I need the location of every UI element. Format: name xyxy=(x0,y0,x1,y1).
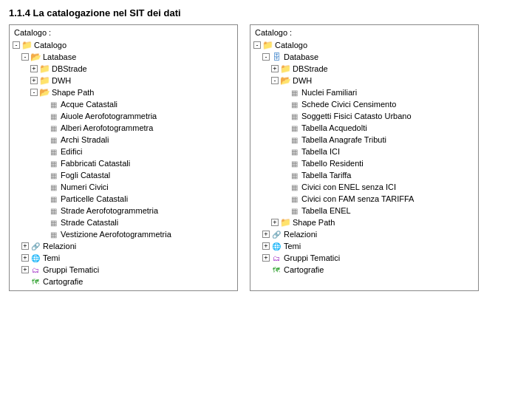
tree-row[interactable]: ▦ Strade Aerofotogrammetria xyxy=(13,205,234,216)
node-label: Tabella ENEL xyxy=(301,206,351,215)
tree-row[interactable]: + 🗂 Gruppi Tematici xyxy=(13,264,234,276)
tree-row[interactable]: ▦ Alberi Aerofotogrammetra xyxy=(13,122,234,134)
tree-row[interactable]: ▦ Fabbricati Catastali xyxy=(13,157,234,169)
tree-row[interactable]: ▦ Archi Stradali xyxy=(13,134,234,146)
left-panel: Catalogo : - 📁 Catalogo - 📂 Latabase + 📁 xyxy=(9,24,238,291)
node-label: Shape Path xyxy=(52,88,95,97)
node-label: Strade Catastali xyxy=(61,218,118,227)
grid-icon: ▦ xyxy=(48,217,58,228)
expand-icon[interactable]: - xyxy=(262,53,270,61)
grid-icon: ▦ xyxy=(48,123,58,133)
node-label: Temi xyxy=(43,253,60,262)
folder-icon: 📁 xyxy=(39,64,50,74)
expand-icon[interactable]: + xyxy=(21,254,29,262)
grid-icon: ▦ xyxy=(289,205,299,216)
tree-row[interactable]: ▦ Tabella Acquedolti xyxy=(253,122,475,134)
expand-icon[interactable]: - xyxy=(13,41,20,49)
node-label: DBStrade xyxy=(293,64,328,73)
left-tree: - 📁 Catalogo - 📂 Latabase + 📁 DBStrade xyxy=(13,39,234,287)
expand-icon[interactable]: + xyxy=(30,77,38,84)
carto-icon: 🗺 xyxy=(271,265,282,275)
node-label: Archi Stradali xyxy=(61,135,109,144)
expand-icon[interactable]: + xyxy=(262,254,270,262)
tree-row[interactable]: ▦ Schede Civici Censimento xyxy=(253,98,475,110)
node-label: Temi xyxy=(284,242,301,250)
node-label: Acque Catastali xyxy=(61,100,117,109)
node-label: Aiuole Aerofotogrammetria xyxy=(61,112,157,120)
node-label: Schede Civici Censimento xyxy=(301,100,396,109)
tree-row[interactable]: ▦ Tabella ENEL xyxy=(253,205,475,216)
tree-row[interactable]: ▦ Fogli Catastal xyxy=(13,169,234,181)
temi-icon: 🌐 xyxy=(271,241,282,251)
expand-icon[interactable]: - xyxy=(271,77,279,84)
expand-icon[interactable]: + xyxy=(21,242,29,250)
right-panel: Catalogo : - 📁 Catalogo - 🗄 Database + 📁… xyxy=(250,24,479,291)
tree-row[interactable]: ▦ Soggetti Fisici Catasto Urbano xyxy=(253,110,475,122)
tree-row[interactable]: + 📁 DBStrade xyxy=(13,63,234,75)
folder-icon: 📁 xyxy=(280,217,290,228)
grid-icon: ▦ xyxy=(289,182,299,192)
tree-row[interactable]: ▦ Tabella ICI xyxy=(253,146,475,157)
tree-row[interactable]: ▦ Civici con ENEL senza ICI xyxy=(253,181,475,193)
tree-row[interactable]: + 📁 DWH xyxy=(13,75,234,86)
temi-icon: 🌐 xyxy=(30,253,41,263)
folder-icon: 📁 xyxy=(280,64,290,74)
tree-row[interactable]: ▦ Aiuole Aerofotogrammetria xyxy=(13,110,234,122)
node-label: Edifici xyxy=(61,147,82,156)
node-label: Fabbricati Catastali xyxy=(61,159,130,168)
expand-icon[interactable]: - xyxy=(253,41,261,49)
tree-row[interactable]: + 🌐 Temi xyxy=(253,240,475,252)
folder-icon: 📂 xyxy=(39,87,50,98)
gruppi-icon: 🗂 xyxy=(271,253,282,263)
grid-icon: ▦ xyxy=(48,146,58,157)
tree-row[interactable]: - 🗄 Database xyxy=(253,51,475,63)
node-label: Relazioni xyxy=(284,230,317,239)
expand-icon[interactable]: + xyxy=(262,242,270,250)
tree-row[interactable]: ▦ Nuclei Familiari xyxy=(253,86,475,98)
tree-row[interactable]: + 📁 Shape Path xyxy=(253,216,475,228)
expand-icon[interactable]: - xyxy=(30,89,38,96)
node-label: Tabello Residenti xyxy=(301,159,364,168)
tree-row[interactable]: ▦ Tabella Tariffa xyxy=(253,169,475,181)
tree-row[interactable]: + 🔗 Relazioni xyxy=(253,228,475,240)
node-label: Gruppi Tematici xyxy=(284,253,340,262)
node-label: Fogli Catastal xyxy=(61,171,110,180)
tree-row[interactable]: + 🔗 Relazioni xyxy=(13,240,234,252)
folder-icon: 📁 xyxy=(262,40,273,50)
tree-row[interactable]: - 📁 Catalogo xyxy=(253,39,475,51)
tree-row[interactable]: ▦ Acque Catastali xyxy=(13,98,234,110)
expand-icon[interactable]: + xyxy=(271,219,279,226)
tree-row[interactable]: + 🌐 Temi xyxy=(13,252,234,264)
expand-icon[interactable]: + xyxy=(21,266,29,273)
tree-row[interactable]: ▦ Vestizione Aerofotogrammetria xyxy=(13,228,234,240)
tree-row[interactable]: ▦ Tabella Anagrafe Tributi xyxy=(253,134,475,146)
node-label: Tabella ICI xyxy=(301,147,340,156)
tree-row[interactable]: ▦ Strade Catastali xyxy=(13,216,234,228)
tree-row[interactable]: ▦ Civici con FAM senza TARIFFA xyxy=(253,193,475,205)
tree-row[interactable]: - 📂 Shape Path xyxy=(13,86,234,98)
tree-row[interactable]: ▦ Tabello Residenti xyxy=(253,157,475,169)
node-label: Tabella Tariffa xyxy=(301,171,351,180)
tree-row[interactable]: - 📁 Catalogo xyxy=(13,39,234,51)
tree-row[interactable]: - 📂 Latabase xyxy=(13,51,234,63)
rel-icon: 🔗 xyxy=(30,241,41,251)
grid-icon: ▦ xyxy=(48,229,58,239)
grid-icon: ▦ xyxy=(289,99,299,109)
tree-row[interactable]: ▦ Numeri Civici xyxy=(13,181,234,193)
tree-row[interactable]: 🗺 Cartografie xyxy=(13,276,234,287)
expand-icon[interactable]: - xyxy=(21,53,29,61)
tree-row[interactable]: 🗺 Cartografie xyxy=(253,264,475,276)
tree-row[interactable]: - 📂 DWH xyxy=(253,75,475,86)
node-label: DWH xyxy=(293,76,312,85)
tree-row[interactable]: ▦ Edifici xyxy=(13,146,234,157)
expand-icon[interactable]: + xyxy=(262,231,270,238)
tree-row[interactable]: ▦ Particelle Catastali xyxy=(13,193,234,205)
node-label: Civici con ENEL senza ICI xyxy=(301,183,396,191)
expand-icon[interactable]: + xyxy=(30,65,38,72)
folder-icon: 📂 xyxy=(30,52,41,62)
tree-row[interactable]: + 📁 DBStrade xyxy=(253,63,475,75)
folder-icon: 📁 xyxy=(39,75,50,86)
tree-row[interactable]: + 🗂 Gruppi Tematici xyxy=(253,252,475,264)
node-label: Particelle Catastali xyxy=(61,194,128,203)
expand-icon[interactable]: + xyxy=(271,65,279,72)
